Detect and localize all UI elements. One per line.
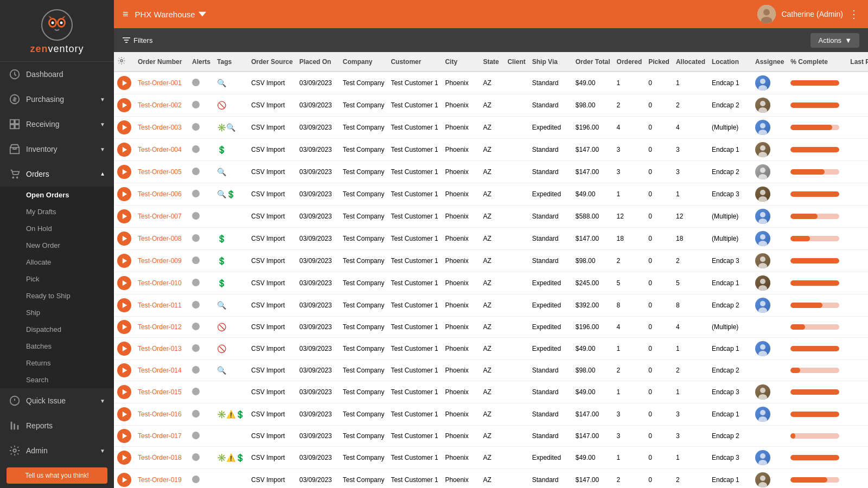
th-pct-complete[interactable]: % Complete bbox=[787, 52, 847, 72]
subnav-on-hold[interactable]: On Hold bbox=[0, 220, 114, 237]
sidebar-item-quick-issue[interactable]: Quick Issue ▼ bbox=[0, 388, 114, 413]
play-button-0[interactable] bbox=[117, 76, 131, 90]
subnav-new-order[interactable]: New Order bbox=[0, 237, 114, 254]
play-button-15[interactable] bbox=[117, 407, 131, 421]
th-ship-via[interactable]: Ship Via bbox=[529, 52, 572, 72]
th-last-printed[interactable]: Last Printed bbox=[847, 52, 868, 72]
play-button-13[interactable] bbox=[117, 363, 131, 377]
sidebar-item-reports[interactable]: Reports bbox=[0, 413, 114, 438]
sidebar-item-admin[interactable]: Admin ▼ bbox=[0, 438, 114, 463]
subnav-pick[interactable]: Pick bbox=[0, 271, 114, 287]
assignee-cell bbox=[752, 117, 787, 139]
subnav-my-drafts[interactable]: My Drafts bbox=[0, 203, 114, 220]
tags-cell: 🔍 bbox=[214, 161, 248, 183]
orders-table-container: Order Number Alerts Tags Order Source Pl… bbox=[114, 52, 868, 488]
svg-point-35 bbox=[760, 123, 765, 129]
company-cell: Test Company bbox=[340, 317, 388, 338]
sidebar-item-inventory[interactable]: Inventory ▼ bbox=[0, 137, 114, 162]
play-button-17[interactable] bbox=[117, 451, 131, 465]
th-client[interactable]: Client bbox=[504, 52, 528, 72]
sidebar-item-purchasing[interactable]: Purchasing ▼ bbox=[0, 87, 114, 112]
th-company[interactable]: Company bbox=[340, 52, 388, 72]
progress-bar bbox=[790, 236, 839, 241]
column-settings-icon[interactable] bbox=[117, 56, 126, 65]
pct-cell bbox=[787, 161, 847, 183]
subnav-ship[interactable]: Ship bbox=[0, 304, 114, 321]
play-button-18[interactable] bbox=[117, 473, 131, 487]
th-ordered[interactable]: Ordered bbox=[614, 52, 646, 72]
th-city[interactable]: City bbox=[442, 52, 480, 72]
play-button-14[interactable] bbox=[117, 385, 131, 399]
subnav-returns[interactable]: Returns bbox=[0, 355, 114, 371]
placed-cell: 03/09/2023 bbox=[296, 426, 340, 447]
play-button-16[interactable] bbox=[117, 429, 131, 443]
ship-cell: Standard bbox=[529, 403, 572, 426]
play-button-2[interactable] bbox=[117, 120, 131, 134]
pct-cell bbox=[787, 447, 847, 469]
th-state[interactable]: State bbox=[480, 52, 504, 72]
th-order-total[interactable]: Order Total bbox=[572, 52, 614, 72]
play-button-12[interactable] bbox=[117, 342, 131, 356]
company-cell: Test Company bbox=[340, 381, 388, 403]
th-placed-on[interactable]: Placed On bbox=[296, 52, 340, 72]
svg-point-0 bbox=[42, 10, 72, 40]
state-cell: AZ bbox=[480, 250, 504, 272]
th-tags[interactable]: Tags bbox=[214, 52, 248, 72]
actions-button[interactable]: Actions ▼ bbox=[810, 33, 859, 48]
play-button-8[interactable] bbox=[117, 254, 131, 268]
kebab-menu[interactable]: ⋮ bbox=[848, 8, 859, 21]
ordered-cell: 2 bbox=[614, 94, 646, 117]
filters-button[interactable]: Filters bbox=[123, 36, 152, 44]
th-location[interactable]: Location bbox=[709, 52, 752, 72]
svg-marker-65 bbox=[123, 303, 127, 308]
tags-cell bbox=[214, 426, 248, 447]
total-cell: $588.00 bbox=[572, 206, 614, 228]
tags-cell: ✳️⚠️💲 bbox=[214, 447, 248, 469]
th-allocated[interactable]: Allocated bbox=[673, 52, 709, 72]
assignee-avatar bbox=[755, 384, 770, 400]
tags-cell: 🔍💲 bbox=[214, 183, 248, 206]
th-picked[interactable]: Picked bbox=[645, 52, 673, 72]
company-cell: Test Company bbox=[340, 206, 388, 228]
th-alerts[interactable]: Alerts bbox=[189, 52, 214, 72]
alert-dot bbox=[192, 410, 200, 418]
subnav-dispatched[interactable]: Dispatched bbox=[0, 321, 114, 338]
location-cell: Endcap 3 bbox=[709, 447, 752, 469]
svg-marker-84 bbox=[123, 455, 127, 460]
placed-cell: 03/09/2023 bbox=[296, 403, 340, 426]
play-button-6[interactable] bbox=[117, 209, 131, 223]
play-button-3[interactable] bbox=[117, 143, 131, 157]
source-cell: CSV Import bbox=[248, 338, 296, 360]
subnav-batches[interactable]: Batches bbox=[0, 338, 114, 355]
warehouse-selector[interactable]: PHX Warehouse bbox=[135, 10, 206, 19]
th-order-source[interactable]: Order Source bbox=[248, 52, 296, 72]
subnav-search[interactable]: Search bbox=[0, 371, 114, 388]
sidebar-item-dashboard[interactable]: Dashboard bbox=[0, 62, 114, 87]
play-button-4[interactable] bbox=[117, 165, 131, 179]
play-button-10[interactable] bbox=[117, 298, 131, 312]
play-button-11[interactable] bbox=[117, 320, 131, 334]
company-cell: Test Company bbox=[340, 403, 388, 426]
sidebar-item-orders[interactable]: Orders ▼ bbox=[0, 162, 114, 187]
th-assignee[interactable]: Assignee bbox=[752, 52, 787, 72]
hamburger-menu[interactable]: ≡ bbox=[123, 9, 129, 20]
subnav-ready-to-ship[interactable]: Ready to Ship bbox=[0, 287, 114, 304]
sidebar-item-receiving[interactable]: Receiving ▼ bbox=[0, 112, 114, 137]
feedback-button[interactable]: Tell us what you think! bbox=[7, 467, 107, 484]
location-cell: (Multiple) bbox=[709, 117, 752, 139]
subnav-allocate[interactable]: Allocate bbox=[0, 254, 114, 271]
th-customer[interactable]: Customer bbox=[387, 52, 442, 72]
alert-dot bbox=[192, 145, 200, 153]
play-button-5[interactable] bbox=[117, 187, 131, 201]
play-button-1[interactable] bbox=[117, 98, 131, 112]
placed-cell: 03/09/2023 bbox=[296, 250, 340, 272]
play-button-9[interactable] bbox=[117, 276, 131, 290]
subnav-open-orders[interactable]: Open Orders bbox=[0, 187, 114, 203]
play-button-7[interactable] bbox=[117, 232, 131, 246]
pct-cell bbox=[787, 294, 847, 317]
picked-cell: 0 bbox=[645, 94, 673, 117]
progress-fill bbox=[790, 191, 839, 197]
location-cell: Endcap 1 bbox=[709, 403, 752, 426]
inventory-chevron: ▼ bbox=[100, 146, 105, 152]
th-order-number[interactable]: Order Number bbox=[135, 52, 189, 72]
